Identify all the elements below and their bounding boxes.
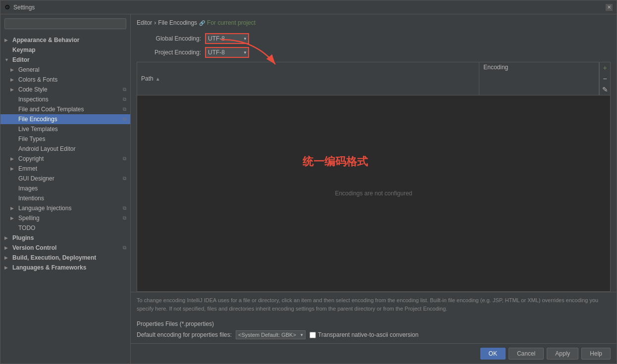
sidebar-item-general[interactable]: ▶ General <box>0 65 130 75</box>
arrow-icon: ▶ <box>4 235 10 240</box>
global-encoding-select[interactable]: UTF-8 GBK ISO-8859-1 <box>205 33 249 44</box>
apply-button[interactable]: Apply <box>547 348 578 360</box>
global-encoding-row: Global Encoding: UTF-8 GBK ISO-8859-1 <box>137 33 611 44</box>
transparent-checkbox[interactable] <box>309 332 316 338</box>
sidebar-item-live-templates[interactable]: Live Templates <box>0 124 130 134</box>
arrow-icon: ▶ <box>10 216 16 221</box>
sidebar-item-label: Languages & Frameworks <box>12 264 126 271</box>
sidebar-item-spelling[interactable]: ▶ Spelling ⧉ <box>0 213 130 223</box>
project-encoding-select[interactable]: UTF-8 GBK ISO-8859-1 <box>205 47 249 58</box>
sidebar-item-colors-fonts[interactable]: ▶ Colors & Fonts <box>0 75 130 85</box>
remove-encoding-button[interactable]: − <box>600 73 610 84</box>
transparent-label: Transparent native-to-ascii conversion <box>318 331 418 338</box>
project-encoding-select-wrapper: UTF-8 GBK ISO-8859-1 <box>205 47 249 58</box>
copy-icon: ⧉ <box>123 215 126 221</box>
sidebar-item-plugins[interactable]: ▶ Plugins <box>0 233 130 243</box>
sidebar-item-label: File Encodings <box>18 116 121 123</box>
arrow-icon: ▶ <box>4 255 10 260</box>
arrow-icon: ▶ <box>4 245 10 250</box>
sidebar-item-copyright[interactable]: ▶ Copyright ⧉ <box>0 154 130 164</box>
search-input[interactable] <box>4 18 126 29</box>
sidebar-item-label: TODO <box>18 225 126 231</box>
sidebar-item-version-control[interactable]: ▶ Version Control ⧉ <box>0 243 130 253</box>
arrow-icon: ▶ <box>10 87 16 92</box>
sidebar-item-languages-frameworks[interactable]: ▶ Languages & Frameworks <box>0 263 130 273</box>
copy-icon: ⧉ <box>123 96 126 102</box>
global-encoding-label: Global Encoding: <box>137 35 201 42</box>
sidebar-item-label: GUI Designer <box>18 175 121 182</box>
sidebar-item-label: Language Injections <box>18 205 121 212</box>
info-text: To change encoding IntelliJ IDEA uses fo… <box>131 292 617 317</box>
breadcrumb: Editor › File Encodings 🔗 For current pr… <box>131 14 617 31</box>
copy-icon: ⧉ <box>123 245 126 251</box>
encodings-table: Path ▲ Encoding + − ✎ Encodings are not … <box>137 62 611 292</box>
sidebar-item-label: Colors & Fonts <box>18 76 126 83</box>
table-toolbar: + − ✎ <box>599 62 610 95</box>
sidebar-item-label: Copyright <box>18 155 121 162</box>
sidebar-item-build-execution[interactable]: ▶ Build, Execution, Deployment <box>0 253 130 263</box>
default-encoding-select-wrapper: <System Default: GBK> UTF-8 <box>236 330 306 339</box>
sidebar-item-label: Android Layout Editor <box>18 145 126 152</box>
sort-icon: ▲ <box>155 76 160 82</box>
sidebar-item-language-injections[interactable]: ▶ Language Injections ⧉ <box>0 203 130 213</box>
sidebar-item-code-style[interactable]: ▶ Code Style ⧉ <box>0 85 130 94</box>
link-icon: 🔗 <box>199 20 205 26</box>
sidebar-item-images[interactable]: Images <box>0 183 130 193</box>
sidebar-item-file-code-templates[interactable]: File and Code Templates ⧉ <box>0 104 130 114</box>
sidebar-item-emmet[interactable]: ▶ Emmet <box>0 164 130 174</box>
copy-icon: ⧉ <box>123 176 126 182</box>
sidebar-item-todo[interactable]: TODO <box>0 223 130 233</box>
arrow-icon: ▶ <box>4 38 10 43</box>
arrow-icon: ▶ <box>10 206 16 211</box>
ok-button[interactable]: OK <box>480 348 506 360</box>
close-button[interactable]: ✕ <box>606 4 613 11</box>
sidebar-item-label: Intentions <box>18 195 126 202</box>
encoding-column-header[interactable]: Encoding <box>479 62 599 95</box>
sidebar-item-keymap[interactable]: Keymap <box>0 45 130 55</box>
add-encoding-button[interactable]: + <box>600 62 610 73</box>
default-encoding-select[interactable]: <System Default: GBK> UTF-8 <box>236 330 306 339</box>
copy-icon: ⧉ <box>123 156 126 162</box>
sidebar-item-file-encodings[interactable]: File Encodings ⧉ <box>0 114 130 124</box>
table-body: Encodings are not configured 统一编码格式 <box>137 95 610 291</box>
arrow-icon: ▶ <box>10 156 16 161</box>
sidebar-item-label: Inspections <box>18 96 121 103</box>
arrow-icon: ▶ <box>10 67 16 72</box>
path-label: Path <box>141 75 154 82</box>
edit-encoding-button[interactable]: ✎ <box>600 84 610 95</box>
copy-icon: ⧉ <box>123 116 126 122</box>
sidebar-item-label: General <box>18 66 126 73</box>
cancel-button[interactable]: Cancel <box>509 348 544 360</box>
sidebar-item-label: Version Control <box>12 244 121 251</box>
arrow-icon: ▼ <box>4 57 10 62</box>
sidebar-item-intentions[interactable]: Intentions <box>0 193 130 203</box>
settings-window: ⚙ Settings ✕ ▶ Appearance & Behavior Key… <box>0 0 617 364</box>
app-icon: ⚙ <box>4 3 10 11</box>
table-header: Path ▲ Encoding + − ✎ <box>137 62 610 95</box>
path-column-header[interactable]: Path ▲ <box>137 62 479 95</box>
sidebar-item-android-layout[interactable]: Android Layout Editor <box>0 144 130 154</box>
window-controls: ✕ <box>606 4 613 11</box>
encoding-form: Global Encoding: UTF-8 GBK ISO-8859-1 Pr… <box>131 31 617 62</box>
help-button[interactable]: Help <box>581 348 611 360</box>
transparent-checkbox-label[interactable]: Transparent native-to-ascii conversion <box>309 331 418 338</box>
sidebar-item-editor[interactable]: ▼ Editor <box>0 55 130 65</box>
arrow-icon: ▶ <box>10 77 16 82</box>
sidebar-item-label: Editor <box>12 56 126 63</box>
sidebar-item-appearance[interactable]: ▶ Appearance & Behavior <box>0 35 130 45</box>
settings-tree: ▶ Appearance & Behavior Keymap ▼ Editor … <box>0 33 130 364</box>
copy-icon: ⧉ <box>123 205 126 211</box>
project-encoding-label: Project Encoding: <box>137 49 201 56</box>
sidebar-item-file-types[interactable]: File Types <box>0 134 130 144</box>
sidebar-item-gui-designer[interactable]: GUI Designer ⧉ <box>0 174 130 183</box>
sidebar-item-inspections[interactable]: Inspections ⧉ <box>0 94 130 104</box>
properties-section: Properties Files (*.properties) Default … <box>131 317 617 343</box>
title-bar: ⚙ Settings ✕ <box>0 0 617 14</box>
sidebar-item-label: Live Templates <box>18 126 126 133</box>
for-project-link[interactable]: For current project <box>207 19 256 26</box>
bottom-bar: OK Cancel Apply Help <box>131 343 617 364</box>
arrow-icon: ▶ <box>10 166 16 171</box>
sidebar-item-label: Images <box>18 185 126 192</box>
search-area <box>0 14 130 33</box>
global-encoding-select-wrapper: UTF-8 GBK ISO-8859-1 <box>205 33 249 44</box>
